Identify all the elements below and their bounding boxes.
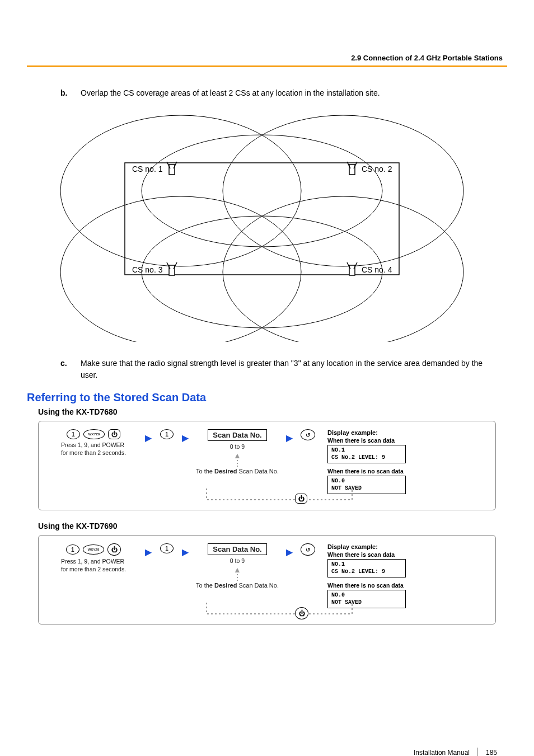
- svg-rect-6: [125, 163, 399, 275]
- arrow-up-icon: ▲: [233, 565, 241, 574]
- step-c-text: Make sure that the radio signal strength…: [81, 358, 507, 381]
- svg-point-0: [60, 115, 301, 266]
- dotted-connector-icon: [236, 460, 239, 468]
- svg-rect-13: [169, 265, 175, 275]
- proc1-step2: 1: [158, 543, 175, 556]
- scan-data-label: Scan Data No.: [208, 429, 266, 441]
- proc0-step2: 1: [158, 429, 175, 442]
- cs-label-4: CS no. 4: [362, 265, 392, 274]
- speaker-icon: ↺: [301, 429, 315, 440]
- arrow-icon: ▶: [286, 547, 293, 557]
- key-1-icon: 1: [67, 429, 80, 439]
- key-9-icon: WXYZ9: [83, 429, 105, 439]
- svg-rect-16: [349, 265, 355, 275]
- arrow-icon: ▶: [286, 433, 293, 443]
- proc-box-0: 1 WXYZ9 ⏻ Press 1, 9, and POWER for more…: [38, 421, 496, 510]
- page-header-section: 2.9 Connection of 2.4 GHz Portable Stati…: [27, 54, 507, 62]
- display-when-no: When there is no scan data: [327, 582, 406, 589]
- arrow-icon: ▶: [145, 547, 152, 557]
- section-title: Referring to the Stored Scan Data: [27, 391, 507, 404]
- proc1-step3: Scan Data No. 0 to 9 ▲ To the Desired Sc…: [195, 543, 279, 589]
- proc0-step1: 1 WXYZ9 ⏻ Press 1, 9, and POWER for more…: [49, 429, 138, 457]
- key-1-icon: 1: [66, 544, 79, 555]
- proc-box-1: 1 WXYZ9 ⏻ Press 1, 9, and POWER for more…: [38, 535, 496, 624]
- svg-point-1: [223, 115, 463, 266]
- display-when-yes: When there is scan data: [327, 551, 406, 558]
- dotted-connector-icon: [236, 574, 239, 582]
- display-heading: Display example:: [327, 429, 406, 436]
- key-9-icon: WXYZ9: [83, 544, 105, 555]
- display-yes-box: NO.1 CS No.2 LEVEL: 9: [327, 445, 406, 463]
- svg-rect-10: [349, 165, 355, 175]
- svg-rect-7: [169, 165, 175, 175]
- power-icon: ⏻: [295, 607, 308, 619]
- step-b-marker: b.: [60, 87, 71, 99]
- proc0-step1-note: Press 1, 9, and POWER for more than 2 se…: [61, 442, 126, 457]
- cs-label-1: CS no. 1: [132, 165, 163, 173]
- proc0-step3: Scan Data No. 0 to 9 ▲ To the Desired Sc…: [195, 429, 279, 475]
- svg-point-3: [223, 196, 463, 342]
- coverage-diagram: CS no. 1 CS no. 2 CS no. 3 CS no. 4: [55, 107, 507, 344]
- proc1-step1-note: Press 1, 9, and POWER for more than 2 se…: [61, 558, 126, 573]
- display-yes-box: NO.1 CS No.2 LEVEL: 9: [327, 559, 406, 577]
- power-icon: ⏻: [108, 429, 120, 439]
- arrow-icon: ▶: [182, 433, 189, 443]
- step-c-marker: c.: [60, 358, 71, 381]
- proc1-speaker: ↺: [299, 543, 316, 558]
- power-icon: ⏻: [295, 494, 307, 504]
- scan-data-label: Scan Data No.: [208, 543, 266, 555]
- proc0-range: 0 to 9: [230, 443, 245, 451]
- display-when-no: When there is no scan data: [327, 468, 406, 475]
- proc-heading-1: Using the KX-TD7690: [38, 522, 507, 530]
- arrow-icon: ▶: [145, 433, 152, 443]
- footer-manual-name: Installation Manual: [414, 749, 470, 756]
- svg-point-2: [60, 196, 301, 342]
- proc1-desired: To the Desired Scan Data No.: [196, 582, 279, 589]
- cs-label-3: CS no. 3: [132, 265, 163, 274]
- display-when-yes: When there is scan data: [327, 437, 406, 444]
- footer-divider: [477, 748, 478, 756]
- arrow-icon: ▶: [182, 547, 189, 557]
- cs-label-2: CS no. 2: [362, 165, 392, 173]
- step-c: c. Make sure that the radio signal stren…: [60, 358, 507, 381]
- arrow-up-icon: ▲: [233, 451, 241, 460]
- return-path-icon: ⏻: [39, 486, 495, 509]
- power-icon: ⏻: [107, 543, 121, 556]
- proc0-desired: To the Desired Scan Data No.: [196, 468, 279, 475]
- coverage-svg: CS no. 1 CS no. 2 CS no. 3 CS no. 4: [55, 107, 469, 342]
- step-b: b. Overlap the CS coverage areas of at l…: [60, 87, 507, 99]
- return-path-icon: ⏻: [39, 600, 495, 623]
- display-heading: Display example:: [327, 543, 406, 550]
- svg-point-4: [142, 135, 382, 247]
- proc-heading-0: Using the KX-TD7680: [38, 407, 507, 416]
- proc1-range: 0 to 9: [230, 557, 245, 565]
- speaker-icon: ↺: [301, 543, 315, 556]
- step-b-text: Overlap the CS coverage areas of at leas…: [81, 87, 507, 99]
- header-rule: [27, 65, 507, 67]
- key-1-icon: 1: [160, 429, 174, 439]
- page-footer: Installation Manual 185: [27, 748, 507, 756]
- proc0-speaker: ↺: [299, 429, 316, 443]
- proc1-step1: 1 WXYZ9 ⏻ Press 1, 9, and POWER for more…: [49, 543, 138, 573]
- svg-point-5: [142, 216, 382, 328]
- key-1-icon: 1: [160, 543, 174, 553]
- footer-page-number: 185: [486, 749, 497, 756]
